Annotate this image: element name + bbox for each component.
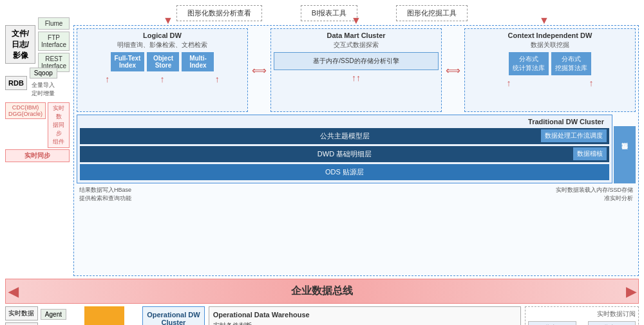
multi-index-box: Multi-Index xyxy=(182,52,214,71)
dw-main-area: ▼ ▼ ▼ Logical DW 明细查询、影像检索、文档检索 Full-Tex… xyxy=(73,25,639,276)
ssd-storage-box: 基于内存/SSD的存储分析引擎 xyxy=(274,52,439,70)
top-arrows: ▼ ▼ ▼ xyxy=(74,15,638,26)
lr-arrow2: ⟺ xyxy=(446,28,460,112)
meta-management-box: 元数据管理 xyxy=(614,126,636,183)
right-note: 实时数据装载入内存/SSD存储 准实时分析 xyxy=(556,186,633,203)
logical-dw-title: Logical DW xyxy=(80,32,245,39)
cdc-box: CDC(IBM)DGG(Oracle) xyxy=(5,102,46,119)
context-dw-title: Context Independent DW xyxy=(468,32,632,39)
arrow-to-opdw: → xyxy=(128,306,138,325)
traditional-dw-title: Traditional DW Cluster xyxy=(80,118,609,125)
left-side: 文件/日志/影像 Flume FTPInterface RESTInterfac… xyxy=(5,25,70,276)
realtime-data-list: 实时数据 实时数据 ： 实时数据 xyxy=(5,306,38,325)
dw-layers: 公共主题模型层 数据处理工作流调度 DWD 基础明细层 数据稽核 xyxy=(80,128,609,180)
rdb-box: RDB xyxy=(5,76,27,90)
notes-row: 结果数据写入HBase 提供检索和查询功能 实时数据装载入内存/SSD存储 准实… xyxy=(77,186,636,203)
context-dw: Context Independent DW 数据关联挖掘 分布式统计算法库 分… xyxy=(464,28,636,112)
sqoop-box: Sqoop xyxy=(30,68,57,79)
ftp-interface-box: FTPInterface xyxy=(38,32,70,51)
operational-dw-info: Operational Data Warehouse 实时条件判断 实时比对 实… xyxy=(209,306,522,325)
object-store-box: ObjectStore xyxy=(147,52,179,71)
left-note: 结果数据写入HBase 提供检索和查询功能 xyxy=(79,186,131,203)
index-boxes: Full-TextIndex ObjectStore Multi-Index xyxy=(80,52,245,71)
file-log-image-source: 文件/日志/影像 xyxy=(5,25,35,64)
data-mart-cluster: Data Mart Cluster 交互式数据探索 基于内存/SSD的存储分析引… xyxy=(270,28,442,112)
agent-list: Agent Agent xyxy=(41,306,66,325)
traditional-dw: Traditional DW Cluster 公共主题模型层 数据处理工作流调度… xyxy=(77,115,612,183)
full-import-label: 全量导入定时增量 xyxy=(30,81,57,98)
public-theme-layer: 公共主题模型层 数据处理工作流调度 xyxy=(80,128,609,144)
realtime-data-2: 实时数据 xyxy=(5,322,38,325)
kafka-box: Kafka xyxy=(84,306,124,325)
bottom-right-subscriptions: 实时数据订阅 企业应用1 ... 企业应用N 企业数据库1 ... 企业数据库N xyxy=(525,306,639,325)
audit-badge-wrapper: 数据稽核 xyxy=(573,147,607,160)
bottom-section: 实时数据 实时数据 ： 实时数据 Agent Agent → Kafka → O… xyxy=(5,306,639,325)
op-dw-title: Operational DWCluster xyxy=(147,311,200,325)
agent-box-1: Agent xyxy=(41,309,66,320)
subscription-title: 实时数据订阅 xyxy=(528,310,636,319)
mining-algo-box: 分布式挖掘算法库 xyxy=(551,52,591,75)
enterprise-app-n: 企业应用N xyxy=(588,321,636,325)
dwd-layer: DWD 基础明细层 数据稽核 xyxy=(80,146,609,162)
op-dw-info-title: Operational Data Warehouse xyxy=(213,311,517,319)
full-text-index-box: Full-TextIndex xyxy=(111,52,145,71)
operational-dw-cluster: Operational DWCluster 时间窗口数据 xyxy=(142,306,205,325)
realtime-sync-label: 实时同步 xyxy=(5,149,70,162)
stat-algo-box: 分布式统计算法库 xyxy=(509,52,549,75)
data-mart-subtitle: 交互式数据探索 xyxy=(274,41,439,50)
realtime-sync-box: 实时数据同步组件 xyxy=(48,102,70,148)
data-mart-title: Data Mart Cluster xyxy=(274,32,439,39)
logical-dw-subtitle: 明细查询、影像检索、文档检索 xyxy=(80,41,245,50)
context-dw-subtitle: 数据关联挖掘 xyxy=(468,41,632,50)
content-area: 文件/日志/影像 Flume FTPInterface RESTInterfac… xyxy=(5,25,639,276)
enterprise-app-1: 企业应用1 xyxy=(528,321,576,325)
traditional-dw-wrapper: Traditional DW Cluster 公共主题模型层 数据处理工作流调度… xyxy=(77,115,636,183)
workflow-badge: 数据处理工作流调度 xyxy=(541,129,607,142)
data-mart-arrows: ↑↑ xyxy=(274,73,439,83)
bottom-left-sources: 实时数据 实时数据 ： 实时数据 Agent Agent xyxy=(5,306,66,325)
lr-arrow: ⟺ xyxy=(252,28,267,112)
realtime-data-1: 实时数据 xyxy=(5,306,38,320)
top-dw-row: Logical DW 明细查询、影像检索、文档检索 Full-TextIndex… xyxy=(77,28,636,112)
enterprise-apps-row: 企业应用1 ... 企业应用N xyxy=(528,321,636,325)
arrow-to-kafka: → xyxy=(70,306,80,325)
main-container: 图形化数据分析查看 BI报表工具 图形化挖掘工具 文件/日志/影像 Flume … xyxy=(0,0,644,325)
audit-badge: 数据稽核 xyxy=(573,147,607,160)
bus-arrow-left: ◀ xyxy=(8,284,18,299)
algo-boxes: 分布式统计算法库 分布式挖掘算法库 xyxy=(468,52,632,75)
right-badges: 数据处理工作流调度 xyxy=(541,129,607,142)
op-dw-info-items: 实时条件判断 实时比对 实时时间窗口数据统计 实时数据挖掘模型预测 xyxy=(213,320,517,325)
ods-layer: ODS 贴源层 xyxy=(80,164,609,180)
bus-arrow-right: ▶ xyxy=(626,284,636,299)
logical-dw-arrows: ↑↑↑ xyxy=(80,74,245,84)
enterprise-bus: ◀ 企业数据总线 ▶ xyxy=(5,279,639,304)
context-dw-arrows: ↑↑ xyxy=(468,78,632,88)
logical-dw: Logical DW 明细查询、影像检索、文档检索 Full-TextIndex… xyxy=(77,28,248,112)
flume-box: Flume xyxy=(38,17,70,30)
